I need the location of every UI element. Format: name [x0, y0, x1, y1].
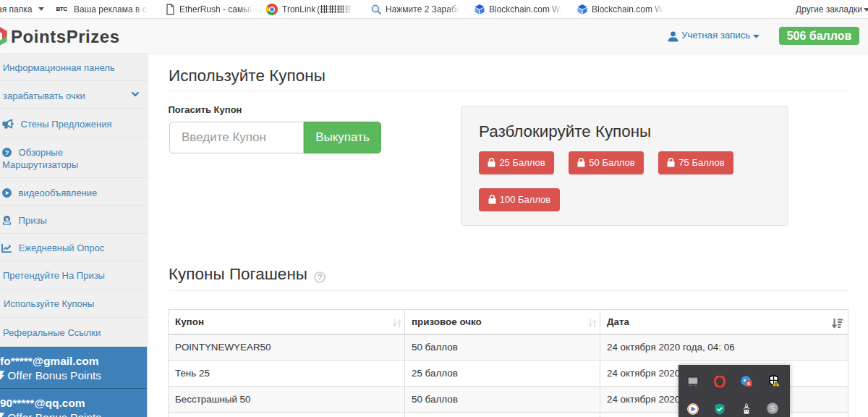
svg-text:?: ? — [5, 149, 9, 156]
svg-text:S: S — [770, 404, 775, 413]
svg-text:?: ? — [318, 273, 322, 282]
svg-text:s: s — [747, 380, 750, 387]
